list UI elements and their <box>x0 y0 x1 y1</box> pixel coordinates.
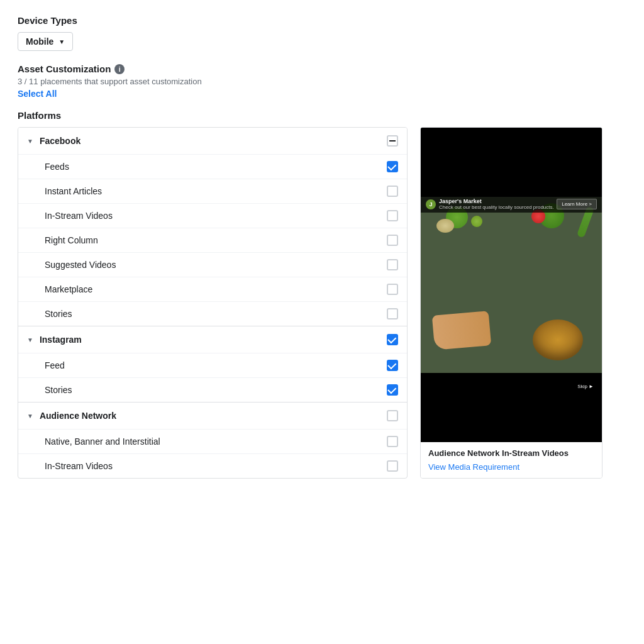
ad-preview-card: J Jasper's Market Check out our best qua… <box>420 127 602 479</box>
audience-network-native-checkbox[interactable] <box>387 436 398 447</box>
device-type-value: Mobile <box>26 36 53 47</box>
instagram-stories-item[interactable]: Stories <box>18 377 407 402</box>
bowl-decoration <box>533 319 583 360</box>
asset-customization-label: Asset Customization <box>18 64 111 74</box>
facebook-right-column-checkbox[interactable] <box>387 235 398 246</box>
ad-brand-name: Jasper's Market <box>439 198 554 204</box>
device-type-dropdown[interactable]: Mobile ▼ <box>18 32 73 51</box>
info-icon[interactable]: i <box>114 64 125 74</box>
audience-network-native-label: Native, Banner and Interstitial <box>45 436 387 447</box>
facebook-marketplace-checkbox[interactable] <box>387 284 398 295</box>
platforms-section: Platforms ▼ Facebook Feeds Instant Arti <box>18 110 626 479</box>
facebook-stories-item[interactable]: Stories <box>18 301 407 326</box>
instagram-stories-label: Stories <box>45 385 387 395</box>
facebook-feeds-checkbox[interactable] <box>387 161 398 172</box>
audience-network-header[interactable]: ▼ Audience Network <box>18 402 407 429</box>
ad-brand-tagline: Check out our best quality locally sourc… <box>439 204 554 210</box>
facebook-marketplace-item[interactable]: Marketplace <box>18 277 407 301</box>
facebook-checkbox-area[interactable] <box>387 135 398 147</box>
ad-brand-logo: J <box>426 199 436 209</box>
facebook-platform-name: Facebook <box>40 136 387 146</box>
instagram-group: ▼ Instagram Feed Stories <box>18 326 407 402</box>
facebook-group: ▼ Facebook Feeds Instant Articles In-Str… <box>18 128 407 326</box>
facebook-stories-label: Stories <box>45 309 387 319</box>
instagram-checkbox-area[interactable] <box>387 334 398 345</box>
instagram-platform-name: Instagram <box>40 335 387 345</box>
ad-preview-title: Audience Network In-Stream Videos <box>428 448 594 458</box>
instagram-header[interactable]: ▼ Instagram <box>18 326 407 353</box>
ad-learn-more-btn[interactable]: Learn More > <box>557 199 597 209</box>
ad-preview-image: J Jasper's Market Check out our best qua… <box>421 128 602 442</box>
audience-network-native-item[interactable]: Native, Banner and Interstitial <box>18 429 407 453</box>
facebook-header[interactable]: ▼ Facebook <box>18 128 407 154</box>
facebook-instream-videos-checkbox[interactable] <box>387 210 398 221</box>
audience-network-checkbox[interactable] <box>387 410 398 421</box>
facebook-instream-videos-label: In-Stream Videos <box>45 211 387 221</box>
device-types-label: Device Types <box>18 15 626 26</box>
select-all-link[interactable]: Select All <box>18 89 57 99</box>
audience-network-instream-item[interactable]: In-Stream Videos <box>18 453 407 478</box>
device-types-section: Device Types Mobile ▼ <box>18 15 626 64</box>
asset-title-row: Asset Customization i <box>18 64 626 74</box>
audience-network-group: ▼ Audience Network Native, Banner and In… <box>18 402 407 478</box>
dropdown-arrow-icon: ▼ <box>58 38 65 45</box>
instagram-feed-checkbox[interactable] <box>387 360 398 371</box>
facebook-feeds-label: Feeds <box>45 162 387 172</box>
facebook-instream-videos-item[interactable]: In-Stream Videos <box>18 203 407 228</box>
audience-network-chevron-icon: ▼ <box>27 413 33 419</box>
audience-network-checkbox-area[interactable] <box>387 410 398 421</box>
facebook-feeds-item[interactable]: Feeds <box>18 154 407 179</box>
asset-customization-section: Asset Customization i 3 / 11 placements … <box>18 64 626 99</box>
small-bowl-decoration <box>436 219 454 233</box>
facebook-checkbox[interactable] <box>387 135 398 147</box>
instagram-chevron-icon: ▼ <box>27 336 33 343</box>
instagram-checkbox[interactable] <box>387 334 398 345</box>
view-media-requirement-link[interactable]: View Media Requirement <box>428 462 519 472</box>
ad-preview-caption: Audience Network In-Stream Videos View M… <box>421 442 602 478</box>
main-layout: ▼ Facebook Feeds Instant Articles In-Str… <box>18 127 626 479</box>
facebook-instant-articles-item[interactable]: Instant Articles <box>18 179 407 203</box>
facebook-right-column-label: Right Column <box>45 235 387 245</box>
facebook-instant-articles-checkbox[interactable] <box>387 186 398 197</box>
instagram-feed-item[interactable]: Feed <box>18 353 407 377</box>
ad-brand-text: Jasper's Market Check out our best quali… <box>439 198 554 210</box>
audience-network-instream-checkbox[interactable] <box>387 460 398 472</box>
facebook-right-column-item[interactable]: Right Column <box>18 228 407 252</box>
placement-count-text: 3 / 11 placements that support asset cus… <box>18 77 626 86</box>
cutting-board-decoration <box>432 311 491 350</box>
ad-food-image <box>421 197 602 373</box>
instagram-feed-label: Feed <box>45 360 387 370</box>
audience-network-instream-label: In-Stream Videos <box>45 461 387 471</box>
ad-brand-info: J Jasper's Market Check out our best qua… <box>426 198 554 210</box>
instagram-stories-checkbox[interactable] <box>387 384 398 396</box>
ad-brand-bar: J Jasper's Market Check out our best qua… <box>421 196 602 213</box>
ad-skip-button[interactable]: Skip ► <box>574 382 597 391</box>
audience-network-platform-name: Audience Network <box>40 411 387 421</box>
facebook-chevron-icon: ▼ <box>27 138 33 145</box>
facebook-suggested-videos-checkbox[interactable] <box>387 259 398 270</box>
facebook-instant-articles-label: Instant Articles <box>45 186 387 196</box>
preview-panel: J Jasper's Market Check out our best qua… <box>420 127 626 479</box>
facebook-stories-checkbox[interactable] <box>387 308 398 319</box>
platforms-list: ▼ Facebook Feeds Instant Articles In-Str… <box>18 127 408 479</box>
facebook-suggested-videos-item[interactable]: Suggested Videos <box>18 252 407 277</box>
veggie-decoration <box>471 216 482 227</box>
facebook-suggested-videos-label: Suggested Videos <box>45 260 387 270</box>
facebook-marketplace-label: Marketplace <box>45 284 387 294</box>
platforms-label: Platforms <box>18 110 626 121</box>
